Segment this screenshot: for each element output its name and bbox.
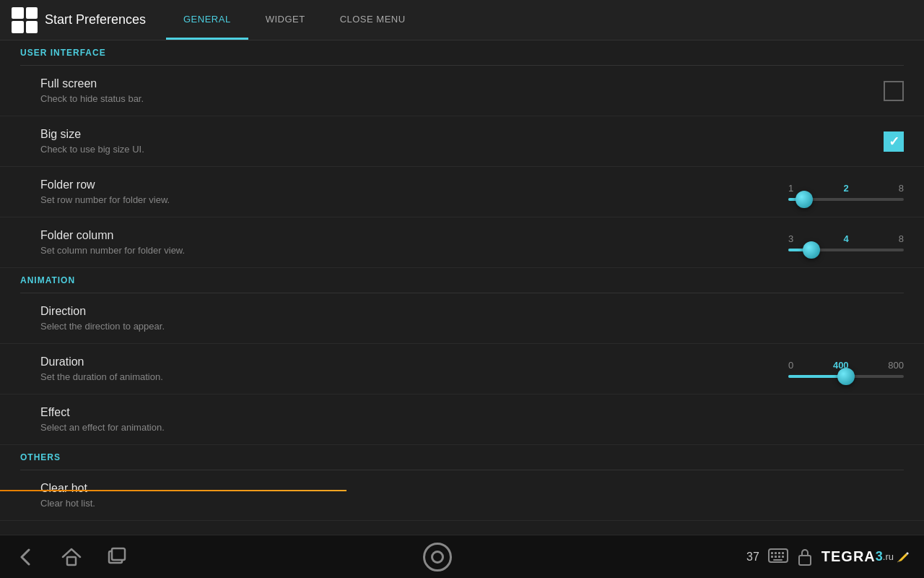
duration-slider-container: 0 400 800 xyxy=(788,360,904,378)
setting-big-size: Big size Check to use big size UI. ✓ xyxy=(0,116,924,167)
effect-desc: Select an effect for animation. xyxy=(40,422,904,433)
setting-direction: Direction Select the direction to appear… xyxy=(0,293,924,344)
duration-max: 800 xyxy=(888,360,904,371)
folder-column-control[interactable]: 3 4 8 xyxy=(788,233,904,251)
svg-rect-4 xyxy=(771,552,773,554)
folder-row-min: 1 xyxy=(788,183,793,194)
duration-title: Duration xyxy=(40,355,788,368)
bottom-nav xyxy=(14,545,128,569)
setting-duration: Duration Set the duration of animation. … xyxy=(0,344,924,394)
duration-thumb[interactable] xyxy=(837,368,855,385)
section-header-user-interface: USER INTERFACE xyxy=(0,40,924,65)
app-logo: Start Preferences xyxy=(0,7,166,33)
section-header-animation: ANIMATION xyxy=(0,268,924,293)
section-user-interface: USER INTERFACE Full screen Check to hide… xyxy=(0,40,924,268)
tegra-suffix: 3 xyxy=(876,549,883,564)
record-inner xyxy=(431,551,444,564)
full-screen-control[interactable]: ✓ xyxy=(884,81,904,101)
tegra-text: TEGRA xyxy=(821,548,876,565)
recents-button[interactable] xyxy=(105,545,128,569)
direction-title: Direction xyxy=(40,305,904,318)
folder-row-desc: Set row number for folder view. xyxy=(40,194,788,205)
tab-general[interactable]: GENERAL xyxy=(166,0,248,40)
record-button[interactable] xyxy=(423,543,452,571)
keyboard-icon xyxy=(768,548,788,566)
folder-row-max: 8 xyxy=(899,183,904,194)
folder-column-min: 3 xyxy=(788,233,793,244)
folder-column-title: Folder column xyxy=(40,229,788,242)
tegra-ru: .ru xyxy=(883,551,894,562)
svg-rect-11 xyxy=(782,556,784,558)
duration-track[interactable] xyxy=(788,375,904,378)
full-screen-desc: Check to hide status bar. xyxy=(40,93,884,104)
big-size-control[interactable]: ✓ xyxy=(884,131,904,152)
setting-effect: Effect Select an effect for animation. xyxy=(0,394,924,445)
folder-row-thumb[interactable] xyxy=(796,191,813,208)
tegra-logo: TEGRA 3 .ru xyxy=(821,548,910,565)
clear-hot-desc: Clear hot list. xyxy=(40,498,904,509)
duration-desc: Set the duration of animation. xyxy=(40,371,788,382)
setting-clear-hot[interactable]: Clear hot Clear hot list. xyxy=(0,470,924,521)
clear-hot-title: Clear hot xyxy=(40,482,904,495)
top-bar: Start Preferences GENERAL WIDGET CLOSE M… xyxy=(0,0,924,40)
duration-min: 0 xyxy=(788,360,793,371)
bottom-right-info: 37 TEGRA 3 .ru xyxy=(746,547,910,567)
setting-full-screen: Full screen Check to hide status bar. ✓ xyxy=(0,66,924,116)
setting-folder-row: Folder row Set row number for folder vie… xyxy=(0,167,924,217)
folder-column-thumb[interactable] xyxy=(803,241,820,259)
full-screen-title: Full screen xyxy=(40,77,884,90)
home-button[interactable] xyxy=(59,545,84,569)
lock-icon xyxy=(797,547,813,567)
folder-column-max: 8 xyxy=(899,233,904,244)
big-size-desc: Check to use big size UI. xyxy=(40,144,884,155)
duration-control[interactable]: 0 400 800 xyxy=(788,360,904,378)
svg-rect-5 xyxy=(775,552,777,554)
svg-rect-0 xyxy=(67,557,76,565)
section-header-others: OTHERS xyxy=(0,445,924,470)
svg-rect-13 xyxy=(799,556,811,565)
svg-rect-9 xyxy=(775,556,777,558)
progress-line xyxy=(0,490,346,491)
tab-close-menu[interactable]: CLOSE MENU xyxy=(323,0,423,40)
folder-column-desc: Set column number for folder view. xyxy=(40,245,788,256)
big-size-checkbox[interactable]: ✓ xyxy=(884,131,904,152)
big-size-title: Big size xyxy=(40,128,884,141)
svg-rect-12 xyxy=(773,559,783,561)
app-icon xyxy=(12,7,38,33)
folder-column-track[interactable] xyxy=(788,249,904,251)
section-animation: ANIMATION Direction Select the direction… xyxy=(0,268,924,445)
svg-rect-7 xyxy=(782,552,784,554)
svg-rect-2 xyxy=(112,548,125,560)
setting-folder-column: Folder column Set column number for fold… xyxy=(0,217,924,268)
folder-row-slider-container: 1 2 8 xyxy=(788,183,904,201)
folder-row-current: 2 xyxy=(843,183,848,194)
folder-row-track[interactable] xyxy=(788,198,904,201)
app-title: Start Preferences xyxy=(45,12,146,27)
settings-content: USER INTERFACE Full screen Check to hide… xyxy=(0,40,924,535)
direction-desc: Select the direction to appear. xyxy=(40,321,904,332)
center-button[interactable] xyxy=(423,543,452,571)
back-button[interactable] xyxy=(14,545,38,569)
full-screen-checkbox[interactable]: ✓ xyxy=(884,81,904,101)
big-size-check: ✓ xyxy=(889,134,899,150)
svg-rect-6 xyxy=(778,552,780,554)
folder-row-title: Folder row xyxy=(40,178,788,191)
folder-column-slider-container: 3 4 8 xyxy=(788,233,904,251)
folder-column-current: 4 xyxy=(843,233,848,244)
folder-row-control[interactable]: 1 2 8 xyxy=(788,183,904,201)
tab-bar: GENERAL WIDGET CLOSE MENU xyxy=(166,0,423,40)
tab-widget[interactable]: WIDGET xyxy=(248,0,323,40)
effect-title: Effect xyxy=(40,406,904,419)
section-others: OTHERS Clear hot Clear hot list. xyxy=(0,445,924,521)
svg-rect-10 xyxy=(778,556,780,558)
svg-rect-8 xyxy=(771,556,773,558)
battery-number: 37 xyxy=(746,551,759,564)
bottom-bar: 37 TEGRA 3 .ru xyxy=(0,535,924,578)
pencil-icon xyxy=(895,550,910,564)
